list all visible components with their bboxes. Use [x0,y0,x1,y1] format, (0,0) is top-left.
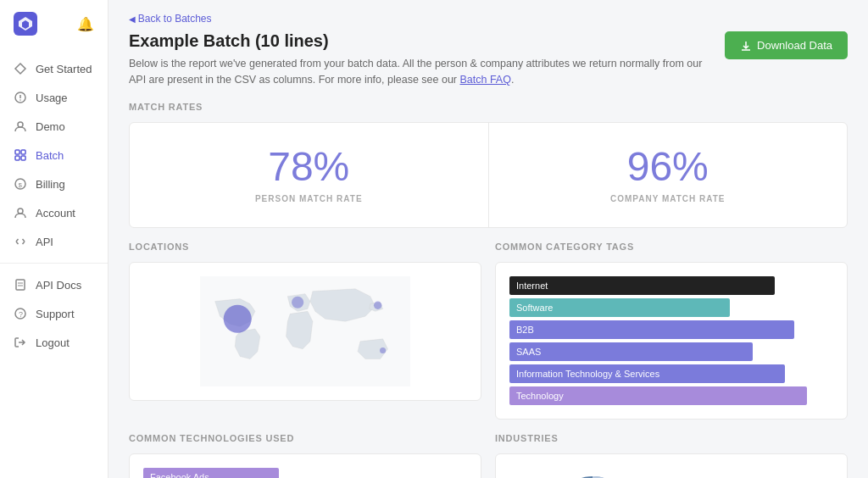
sidebar-item-api-docs[interactable]: API Docs [0,270,108,299]
category-bar-row: B2B [509,320,833,339]
sidebar-item-usage[interactable]: Usage [0,83,108,112]
person-match-rate: 78% PERSON MATCH RATE [130,123,489,227]
location-bubble-europe [292,296,303,308]
sidebar-item-billing[interactable]: $ Billing [0,170,108,198]
main-content: Back to Batches Example Batch (10 lines)… [108,0,868,478]
api-docs-label: API Docs [36,279,81,292]
page-description: Below is the report we've generated from… [129,56,711,88]
location-bubble-australia [380,347,386,353]
sidebar-header: 🔔 [0,0,108,47]
download-data-button[interactable]: Download Data [725,31,848,59]
match-rates-card: 78% PERSON MATCH RATE 96% COMPANY MATCH … [129,122,848,228]
svg-marker-2 [15,64,25,74]
account-icon [14,206,27,220]
technologies-card: Facebook AdsNginxAws Ec2Google AppsGoogl… [129,453,481,479]
support-label: Support [36,308,75,320]
get-started-icon [14,62,27,75]
tech-bar-row: Facebook Ads [143,468,467,479]
account-label: Account [36,207,75,220]
industries-card: Hotels, Restaurants & LeisureInternet So… [495,453,848,479]
locations-section-label: LOCATIONS [129,242,481,252]
page-title: Example Batch (10 lines) [129,31,711,51]
category-bar-row: Technology [509,386,833,405]
get-started-label: Get Started [36,63,92,75]
sidebar-nav: Get Started Usage Demo Batch $ Billing [0,47,108,478]
bar-label: Software [509,298,730,317]
industries-pie-chart [546,468,639,479]
billing-label: Billing [36,178,65,191]
svg-text:?: ? [19,310,23,319]
billing-icon: $ [14,177,27,191]
api-docs-icon [14,278,27,292]
demo-icon [14,119,27,133]
logo-icon [14,12,37,36]
category-tags-chart: InternetSoftwareB2BSAASInformation Techn… [509,276,833,405]
batch-faq-link[interactable]: Batch FAQ [459,74,510,86]
bar-label: SAAS [509,342,753,361]
download-button-label: Download Data [757,39,832,52]
bar-label: Technology [509,386,807,405]
technologies-section-label: COMMON TECHNOLOGIES USED [129,433,481,443]
usage-label: Usage [36,92,68,104]
industries-section-label: INDUSTRIES [495,433,848,443]
notification-bell-icon[interactable]: 🔔 [77,16,94,32]
match-rates-section-label: MATCH RATES [129,102,848,112]
batch-icon [14,148,27,162]
locations-card [129,262,481,401]
svg-point-13 [18,208,23,214]
svg-rect-9 [15,156,19,160]
sidebar-item-support[interactable]: ? Support [0,299,108,328]
logout-label: Logout [36,336,70,349]
support-icon: ? [14,307,27,320]
category-bar-row: Software [509,298,833,317]
category-bar-row: SAAS [509,342,833,361]
svg-point-5 [19,99,21,101]
sidebar-item-logout[interactable]: Logout [0,328,108,357]
person-match-rate-label: PERSON MATCH RATE [255,194,363,203]
person-match-rate-value: 78% [268,147,349,187]
sidebar-item-api[interactable]: API [0,227,108,256]
category-tags-card: InternetSoftwareB2BSAASInformation Techn… [495,262,848,420]
usage-icon [14,91,27,104]
svg-text:$: $ [19,181,23,189]
logout-icon [14,336,27,349]
bar-label: Internet [509,276,775,295]
bar-label: Information Technology & Services [509,364,785,383]
category-tags-section-label: COMMON CATEGORY TAGS [495,242,848,252]
company-match-rate-value: 96% [627,147,709,187]
location-bubble-americas [224,304,252,332]
svg-rect-8 [21,150,25,154]
tech-bar-label: Facebook Ads [143,468,279,479]
company-match-rate: 96% COMPANY MATCH RATE [489,123,848,227]
back-to-batches-link[interactable]: Back to Batches [129,13,212,25]
location-bubble-asia [374,301,381,308]
company-match-rate-label: COMPANY MATCH RATE [610,194,726,203]
svg-rect-7 [15,150,19,154]
bar-label: B2B [509,320,794,339]
demo-label: Demo [36,120,65,133]
svg-rect-14 [16,280,25,290]
category-bar-row: Information Technology & Services [509,364,833,383]
batch-label: Batch [36,149,64,162]
sidebar: 🔔 Get Started Usage Demo Batch [0,0,108,478]
api-icon [14,235,27,248]
sidebar-item-demo[interactable]: Demo [0,112,108,141]
sidebar-item-batch[interactable]: Batch [0,141,108,170]
sidebar-item-account[interactable]: Account [0,198,108,227]
world-map-svg [143,276,467,386]
category-bar-row: Internet [509,276,833,295]
map-container [143,276,467,386]
technologies-chart: Facebook AdsNginxAws Ec2Google AppsGoogl… [143,468,467,479]
sidebar-item-get-started[interactable]: Get Started [0,54,108,83]
svg-rect-10 [21,156,25,160]
api-label: API [36,236,53,248]
svg-point-6 [18,122,23,127]
